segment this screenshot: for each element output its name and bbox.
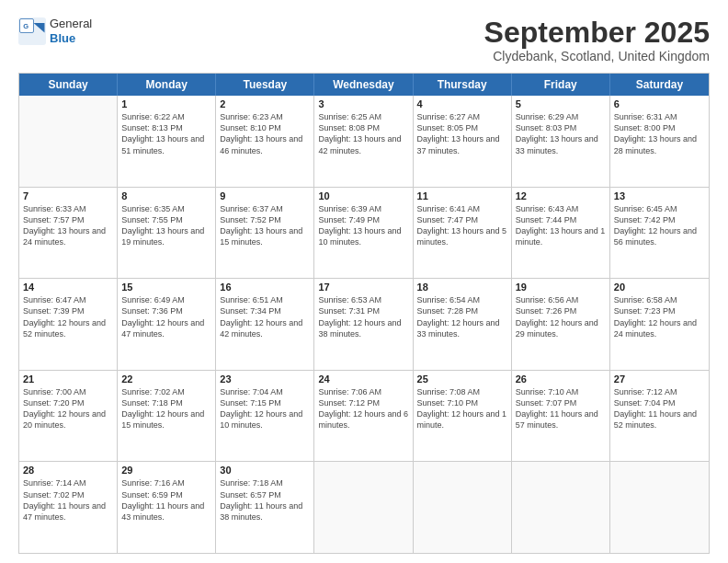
- day-number: 17: [318, 282, 408, 293]
- calendar-header: SundayMondayTuesdayWednesdayThursdayFrid…: [19, 74, 709, 96]
- day-number: 30: [220, 465, 310, 476]
- empty-cell: [512, 462, 610, 553]
- day-number: 4: [417, 98, 507, 109]
- day-info: Sunrise: 6:51 AMSunset: 7:34 PMDaylight:…: [220, 294, 310, 339]
- header: G General Blue September 2025 Clydebank,…: [18, 17, 710, 63]
- day-number: 1: [121, 98, 211, 109]
- day-1: 1Sunrise: 6:22 AMSunset: 8:13 PMDaylight…: [118, 96, 216, 187]
- header-saturday: Saturday: [610, 74, 709, 96]
- day-number: 11: [417, 190, 507, 201]
- day-6: 6Sunrise: 6:31 AMSunset: 8:00 PMDaylight…: [610, 96, 709, 187]
- day-info: Sunrise: 7:06 AMSunset: 7:12 PMDaylight:…: [318, 386, 408, 431]
- empty-cell: [414, 462, 512, 553]
- day-info: Sunrise: 6:37 AMSunset: 7:52 PMDaylight:…: [220, 203, 310, 248]
- day-info: Sunrise: 7:02 AMSunset: 7:18 PMDaylight:…: [121, 386, 211, 431]
- day-info: Sunrise: 6:35 AMSunset: 7:55 PMDaylight:…: [121, 203, 211, 248]
- day-info: Sunrise: 6:27 AMSunset: 8:05 PMDaylight:…: [417, 111, 507, 156]
- day-24: 24Sunrise: 7:06 AMSunset: 7:12 PMDayligh…: [314, 371, 413, 462]
- logo-general: General: [50, 17, 92, 31]
- header-sunday: Sunday: [19, 74, 118, 96]
- day-info: Sunrise: 6:45 AMSunset: 7:42 PMDaylight:…: [614, 203, 705, 248]
- month-title: September 2025: [484, 17, 710, 49]
- day-20: 20Sunrise: 6:58 AMSunset: 7:23 PMDayligh…: [610, 279, 709, 370]
- day-info: Sunrise: 6:53 AMSunset: 7:31 PMDaylight:…: [318, 294, 408, 339]
- day-3: 3Sunrise: 6:25 AMSunset: 8:08 PMDaylight…: [314, 96, 413, 187]
- day-info: Sunrise: 7:16 AMSunset: 6:59 PMDaylight:…: [121, 477, 211, 523]
- day-16: 16Sunrise: 6:51 AMSunset: 7:34 PMDayligh…: [216, 279, 314, 370]
- day-12: 12Sunrise: 6:43 AMSunset: 7:44 PMDayligh…: [512, 188, 610, 279]
- week-row-4: 28Sunrise: 7:14 AMSunset: 7:02 PMDayligh…: [19, 462, 709, 553]
- day-number: 25: [417, 373, 507, 385]
- day-number: 10: [318, 190, 408, 201]
- day-number: 28: [23, 465, 113, 476]
- empty-cell: [19, 96, 118, 187]
- day-info: Sunrise: 7:12 AMSunset: 7:04 PMDaylight:…: [614, 386, 705, 431]
- day-info: Sunrise: 7:08 AMSunset: 7:10 PMDaylight:…: [417, 386, 507, 431]
- week-row-0: 1Sunrise: 6:22 AMSunset: 8:13 PMDaylight…: [19, 96, 709, 188]
- header-tuesday: Tuesday: [216, 74, 314, 96]
- header-friday: Friday: [512, 74, 610, 96]
- week-row-2: 14Sunrise: 6:47 AMSunset: 7:39 PMDayligh…: [19, 279, 709, 371]
- location: Clydebank, Scotland, United Kingdom: [484, 49, 710, 63]
- header-monday: Monday: [118, 74, 216, 96]
- day-number: 14: [23, 282, 113, 293]
- day-number: 5: [516, 98, 606, 109]
- logo: G General Blue: [18, 17, 92, 45]
- day-number: 29: [121, 465, 211, 476]
- day-info: Sunrise: 6:41 AMSunset: 7:47 PMDaylight:…: [417, 203, 507, 248]
- day-11: 11Sunrise: 6:41 AMSunset: 7:47 PMDayligh…: [414, 188, 512, 279]
- day-number: 15: [121, 282, 211, 293]
- day-number: 22: [121, 373, 211, 385]
- day-number: 8: [121, 190, 211, 201]
- day-5: 5Sunrise: 6:29 AMSunset: 8:03 PMDaylight…: [512, 96, 610, 187]
- day-info: Sunrise: 7:00 AMSunset: 7:20 PMDaylight:…: [23, 386, 113, 431]
- day-info: Sunrise: 6:23 AMSunset: 8:10 PMDaylight:…: [220, 111, 310, 156]
- day-4: 4Sunrise: 6:27 AMSunset: 8:05 PMDaylight…: [414, 96, 512, 187]
- day-number: 18: [417, 282, 507, 293]
- day-26: 26Sunrise: 7:10 AMSunset: 7:07 PMDayligh…: [512, 371, 610, 462]
- day-number: 16: [220, 282, 310, 293]
- day-13: 13Sunrise: 6:45 AMSunset: 7:42 PMDayligh…: [610, 188, 709, 279]
- day-info: Sunrise: 6:22 AMSunset: 8:13 PMDaylight:…: [121, 111, 211, 156]
- day-number: 19: [516, 282, 606, 293]
- empty-cell: [314, 462, 413, 553]
- day-info: Sunrise: 7:18 AMSunset: 6:57 PMDaylight:…: [220, 477, 310, 523]
- logo-text: General Blue: [50, 17, 92, 45]
- day-number: 3: [318, 98, 408, 109]
- logo-blue: Blue: [50, 31, 92, 46]
- day-info: Sunrise: 6:31 AMSunset: 8:00 PMDaylight:…: [614, 111, 705, 156]
- svg-text:G: G: [23, 22, 28, 30]
- calendar-body: 1Sunrise: 6:22 AMSunset: 8:13 PMDaylight…: [19, 96, 709, 553]
- day-info: Sunrise: 6:29 AMSunset: 8:03 PMDaylight:…: [516, 111, 606, 156]
- calendar: SundayMondayTuesdayWednesdayThursdayFrid…: [18, 73, 710, 554]
- day-23: 23Sunrise: 7:04 AMSunset: 7:15 PMDayligh…: [216, 371, 314, 462]
- day-9: 9Sunrise: 6:37 AMSunset: 7:52 PMDaylight…: [216, 188, 314, 279]
- title-block: September 2025 Clydebank, Scotland, Unit…: [484, 17, 710, 63]
- day-number: 20: [614, 282, 705, 293]
- day-number: 6: [614, 98, 705, 109]
- day-info: Sunrise: 6:56 AMSunset: 7:26 PMDaylight:…: [516, 294, 606, 339]
- day-info: Sunrise: 6:39 AMSunset: 7:49 PMDaylight:…: [318, 203, 408, 248]
- day-number: 24: [318, 373, 408, 385]
- day-27: 27Sunrise: 7:12 AMSunset: 7:04 PMDayligh…: [610, 371, 709, 462]
- day-29: 29Sunrise: 7:16 AMSunset: 6:59 PMDayligh…: [118, 462, 216, 553]
- day-19: 19Sunrise: 6:56 AMSunset: 7:26 PMDayligh…: [512, 279, 610, 370]
- day-8: 8Sunrise: 6:35 AMSunset: 7:55 PMDaylight…: [118, 188, 216, 279]
- day-number: 27: [614, 373, 705, 385]
- day-info: Sunrise: 6:49 AMSunset: 7:36 PMDaylight:…: [121, 294, 211, 339]
- empty-cell: [610, 462, 709, 553]
- logo-icon: G: [18, 17, 46, 45]
- day-number: 7: [23, 190, 113, 201]
- day-info: Sunrise: 6:47 AMSunset: 7:39 PMDaylight:…: [23, 294, 113, 339]
- day-7: 7Sunrise: 6:33 AMSunset: 7:57 PMDaylight…: [19, 188, 118, 279]
- day-25: 25Sunrise: 7:08 AMSunset: 7:10 PMDayligh…: [414, 371, 512, 462]
- day-21: 21Sunrise: 7:00 AMSunset: 7:20 PMDayligh…: [19, 371, 118, 462]
- day-info: Sunrise: 6:54 AMSunset: 7:28 PMDaylight:…: [417, 294, 507, 339]
- day-14: 14Sunrise: 6:47 AMSunset: 7:39 PMDayligh…: [19, 279, 118, 370]
- day-number: 9: [220, 190, 310, 201]
- day-info: Sunrise: 7:04 AMSunset: 7:15 PMDaylight:…: [220, 386, 310, 431]
- day-10: 10Sunrise: 6:39 AMSunset: 7:49 PMDayligh…: [314, 188, 413, 279]
- day-18: 18Sunrise: 6:54 AMSunset: 7:28 PMDayligh…: [414, 279, 512, 370]
- page: G General Blue September 2025 Clydebank,…: [0, 0, 728, 563]
- day-info: Sunrise: 6:58 AMSunset: 7:23 PMDaylight:…: [614, 294, 705, 339]
